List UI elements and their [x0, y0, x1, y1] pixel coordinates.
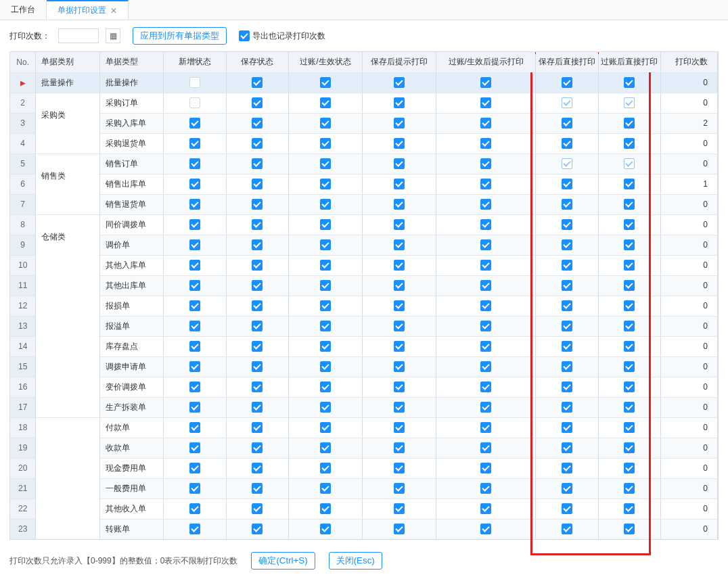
checkbox[interactable] [480, 524, 491, 534]
checkbox[interactable] [320, 381, 331, 392]
checkbox[interactable] [562, 219, 572, 230]
checkbox[interactable] [562, 361, 572, 372]
checkbox[interactable] [480, 463, 491, 473]
checkbox[interactable] [480, 97, 491, 108]
checkbox[interactable] [320, 77, 331, 88]
checkbox[interactable] [320, 280, 331, 291]
checkbox[interactable] [189, 179, 200, 189]
checkbox[interactable] [394, 118, 405, 129]
checkbox[interactable] [320, 503, 331, 514]
checkbox[interactable] [562, 179, 572, 189]
checkbox[interactable] [624, 179, 635, 189]
checkbox[interactable] [189, 199, 200, 210]
checkbox[interactable] [320, 300, 331, 311]
checkbox[interactable] [252, 138, 263, 149]
checkbox[interactable] [320, 138, 331, 149]
checkbox[interactable] [252, 503, 263, 514]
checkbox[interactable] [480, 118, 491, 129]
checkbox[interactable] [480, 321, 491, 331]
checkbox[interactable] [562, 199, 572, 210]
checkbox[interactable] [480, 361, 491, 372]
checkbox[interactable] [252, 381, 263, 392]
checkbox[interactable] [320, 118, 331, 129]
close-icon[interactable]: ✕ [110, 6, 117, 16]
tab-workbench[interactable]: 工作台 [0, 0, 47, 20]
checkbox[interactable] [624, 524, 635, 534]
checkbox[interactable] [394, 260, 405, 271]
checkbox[interactable] [562, 97, 572, 108]
checkbox[interactable] [189, 280, 200, 291]
checkbox[interactable] [320, 219, 331, 230]
checkbox[interactable] [562, 280, 572, 291]
checkbox[interactable] [252, 483, 263, 494]
checkbox[interactable] [252, 239, 263, 250]
checkbox[interactable] [189, 442, 200, 453]
checkbox[interactable] [320, 158, 331, 169]
print-count-input[interactable] [58, 28, 99, 43]
checkbox[interactable] [394, 138, 405, 149]
checkbox[interactable] [480, 138, 491, 149]
checkbox[interactable] [480, 158, 491, 169]
checkbox[interactable] [562, 422, 572, 433]
checkbox[interactable] [624, 199, 635, 210]
checkbox[interactable] [624, 483, 635, 494]
checkbox[interactable] [562, 260, 572, 271]
checkbox[interactable] [624, 422, 635, 433]
checkbox[interactable] [252, 300, 263, 311]
checkbox[interactable] [320, 463, 331, 473]
checkbox[interactable] [252, 199, 263, 210]
checkbox[interactable] [480, 179, 491, 189]
checkbox[interactable] [562, 239, 572, 250]
checkbox[interactable] [480, 77, 491, 88]
checkbox[interactable] [624, 260, 635, 271]
checkbox[interactable] [562, 524, 572, 534]
checkbox[interactable] [394, 483, 405, 494]
checkbox[interactable] [320, 179, 331, 189]
checkbox[interactable] [252, 118, 263, 129]
checkbox[interactable] [394, 361, 405, 372]
checkbox[interactable] [562, 300, 572, 311]
checkbox[interactable] [480, 239, 491, 250]
checkbox[interactable] [394, 422, 405, 433]
checkbox[interactable] [320, 321, 331, 331]
checkbox[interactable] [394, 158, 405, 169]
checkbox[interactable] [252, 422, 263, 433]
checkbox[interactable] [320, 524, 331, 534]
checkbox[interactable] [189, 138, 200, 149]
checkbox[interactable] [624, 97, 635, 108]
checkbox[interactable] [320, 442, 331, 453]
checkbox[interactable] [480, 280, 491, 291]
checkbox[interactable] [252, 524, 263, 534]
checkbox[interactable] [189, 260, 200, 271]
checkbox[interactable] [624, 341, 635, 352]
checkbox[interactable] [252, 341, 263, 352]
checkbox[interactable] [624, 402, 635, 413]
checkbox[interactable] [394, 503, 405, 514]
tab-print-settings[interactable]: 单据打印设置 ✕ [47, 0, 129, 20]
checkbox[interactable] [624, 118, 635, 129]
checkbox[interactable] [394, 524, 405, 534]
checkbox[interactable] [320, 97, 331, 108]
checkbox[interactable] [189, 219, 200, 230]
checkbox[interactable] [394, 463, 405, 473]
checkbox[interactable] [189, 239, 200, 250]
checkbox[interactable] [252, 463, 263, 473]
checkbox[interactable] [480, 503, 491, 514]
checkbox[interactable] [252, 361, 263, 372]
checkbox[interactable] [480, 199, 491, 210]
checkbox[interactable] [480, 300, 491, 311]
export-also-label[interactable]: 导出也记录打印次数 [239, 30, 325, 42]
checkbox[interactable] [252, 442, 263, 453]
checkbox[interactable] [562, 341, 572, 352]
checkbox[interactable] [624, 463, 635, 473]
checkbox[interactable] [320, 422, 331, 433]
checkbox[interactable] [480, 483, 491, 494]
checkbox[interactable] [480, 442, 491, 453]
checkbox[interactable] [480, 341, 491, 352]
ok-button[interactable]: 确定(Ctrl+S) [251, 552, 315, 570]
checkbox[interactable] [624, 503, 635, 514]
checkbox[interactable] [394, 381, 405, 392]
checkbox[interactable] [562, 463, 572, 473]
checkbox[interactable] [480, 402, 491, 413]
checkbox[interactable] [562, 503, 572, 514]
